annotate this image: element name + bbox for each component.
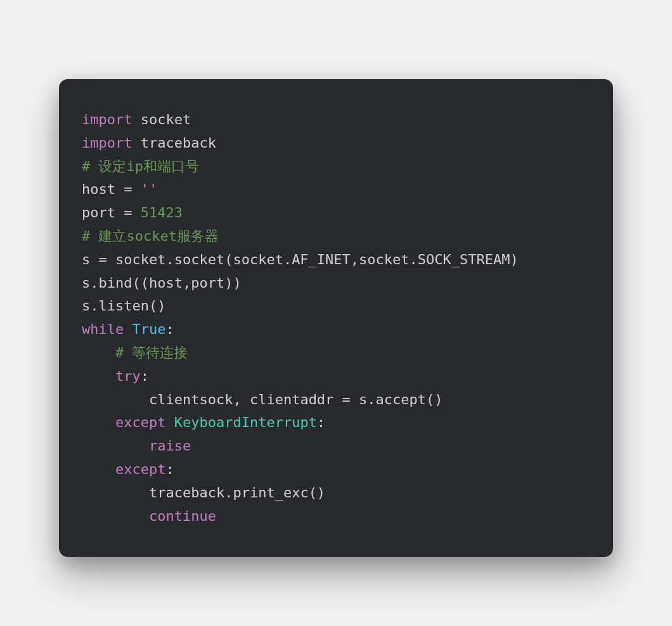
code-line: clientsock, clientaddr = s.accept() <box>82 392 443 407</box>
code-line: except KeyboardInterrupt: <box>82 414 325 430</box>
code-line: continue <box>82 508 216 524</box>
token-kw: except <box>115 461 165 477</box>
code-line: s = socket.socket(socket.AF_INET,socket.… <box>82 252 519 267</box>
token-id: s.bind((host,port)) <box>82 275 242 291</box>
code-line: host = '' <box>82 181 157 197</box>
code-line: try: <box>82 368 149 384</box>
token-id: : <box>165 461 174 477</box>
token-id: : <box>141 368 149 384</box>
token-kw: try <box>115 368 141 384</box>
code-line: while True: <box>82 321 174 337</box>
token-num: 51423 <box>141 205 183 220</box>
code-line: s.listen() <box>82 298 165 314</box>
token-cm: # 设定ip和端口号 <box>82 158 199 174</box>
token-cls: KeyboardInterrupt <box>174 414 317 430</box>
code-line: raise <box>82 438 191 454</box>
token-bool: True <box>132 321 165 337</box>
token-id: : <box>165 321 174 337</box>
code-line: port = 51423 <box>82 205 183 220</box>
token-id <box>165 414 174 430</box>
token-kw: except <box>115 414 165 430</box>
code-line: traceback.print_exc() <box>82 485 325 501</box>
token-id: traceback <box>132 135 216 151</box>
token-id: host = <box>82 181 141 197</box>
token-id: s = socket.socket(socket.AF_INET,socket.… <box>82 252 519 267</box>
token-id: traceback.print_exc() <box>149 485 325 501</box>
token-kw: import <box>82 135 132 151</box>
token-id: s.listen() <box>82 298 165 314</box>
code-line: # 建立socket服务器 <box>82 228 219 244</box>
code-card: import socket import traceback # 设定ip和端口… <box>59 79 613 557</box>
token-cm: # 建立socket服务器 <box>82 228 219 244</box>
token-kw: while <box>82 321 124 337</box>
code-line: import traceback <box>82 135 216 151</box>
code-line: # 等待连接 <box>82 345 188 361</box>
token-str: '' <box>141 181 158 197</box>
token-id: : <box>317 414 325 430</box>
token-kw: raise <box>149 438 191 454</box>
token-kw: import <box>82 112 132 127</box>
code-block: import socket import traceback # 设定ip和端口… <box>82 108 590 528</box>
token-kw: continue <box>149 508 216 524</box>
token-cm: # 等待连接 <box>115 345 188 361</box>
code-line: # 设定ip和端口号 <box>82 158 199 174</box>
code-line: s.bind((host,port)) <box>82 275 242 291</box>
token-id: port = <box>82 205 141 220</box>
token-id: socket <box>132 112 191 127</box>
token-id: clientsock, clientaddr = s.accept() <box>149 392 443 407</box>
code-line: import socket <box>82 112 191 127</box>
code-line: except: <box>82 461 174 477</box>
token-id <box>124 321 132 337</box>
